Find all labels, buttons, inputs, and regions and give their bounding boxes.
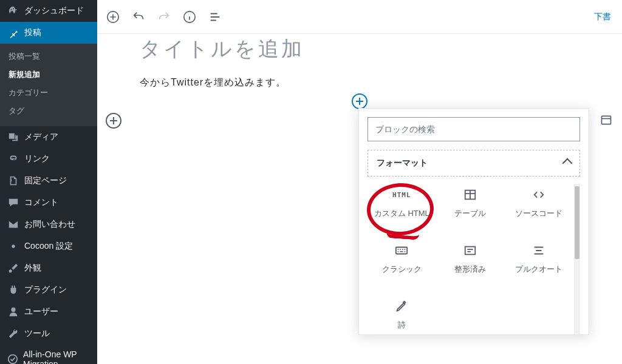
plus-icon: [110, 117, 117, 124]
wrench-icon: [7, 328, 19, 340]
block-label: テーブル: [454, 208, 486, 219]
svg-point-0: [12, 244, 15, 248]
app-root: ダッシュボード 投稿 投稿一覧 新規追加 カテゴリー タグ メディア リンク 固…: [0, 0, 622, 364]
sidebar-item-users[interactable]: ユーザー: [0, 301, 97, 323]
sidebar-label: ツール: [24, 328, 50, 339]
block-verse[interactable]: 詩: [367, 295, 436, 334]
code-icon: [530, 187, 547, 202]
block-label: ソースコード: [515, 208, 562, 219]
blocks-grid: HTML カスタム HTML テーブル ソースコード: [367, 184, 573, 334]
scrollbar-thumb[interactable]: [575, 186, 579, 259]
sidebar-posts-submenu: 投稿一覧 新規追加 カテゴリー タグ: [0, 44, 97, 126]
mail-icon: [7, 218, 19, 231]
block-preformatted[interactable]: 整形済み: [436, 240, 505, 278]
sidebar-label: リンク: [24, 153, 50, 164]
scrollbar[interactable]: [574, 184, 580, 334]
block-label: クラシック: [382, 264, 422, 275]
sidebar-item-comments[interactable]: コメント: [0, 192, 97, 214]
sidebar-item-links[interactable]: リンク: [0, 148, 97, 170]
pin-icon: [7, 27, 19, 39]
block-label: 整形済み: [454, 264, 486, 275]
sidebar-label: ユーザー: [24, 306, 58, 317]
sidebar-label: All-in-One WP Migration: [23, 349, 90, 364]
sidebar-item-pages[interactable]: 固定ページ: [0, 170, 97, 192]
redo-button[interactable]: [157, 10, 171, 24]
sidebar-label: ダッシュボード: [24, 5, 84, 16]
migrate-icon: [7, 353, 18, 364]
sidebar-item-tools[interactable]: ツール: [0, 323, 97, 345]
svg-rect-7: [396, 248, 407, 254]
sidebar-item-posts[interactable]: 投稿: [0, 22, 97, 44]
editor-main: 下書 タイトルを追加 今からTwitterを埋め込みます。 フォーマット: [97, 0, 622, 364]
dot-icon: [7, 240, 19, 252]
panel-title: フォーマット: [377, 158, 428, 169]
add-block-button[interactable]: [106, 10, 120, 24]
save-draft-link[interactable]: 下書: [594, 12, 613, 22]
preformatted-icon: [462, 243, 479, 258]
block-label: プルクオート: [515, 264, 562, 275]
undo-button[interactable]: [131, 10, 146, 24]
sidebar-sub-new-post[interactable]: 新規追加: [0, 66, 97, 84]
sidebar-sub-all-posts[interactable]: 投稿一覧: [0, 47, 97, 66]
layout-block-shortcut[interactable]: [599, 113, 613, 127]
link-icon: [7, 153, 19, 165]
block-search-wrap: [359, 109, 589, 150]
admin-sidebar: ダッシュボード 投稿 投稿一覧 新規追加 カテゴリー タグ メディア リンク 固…: [0, 0, 97, 364]
sidebar-item-media[interactable]: メディア: [0, 126, 97, 148]
insert-block-mid-button[interactable]: [352, 93, 367, 109]
plugin-icon: [7, 284, 19, 296]
sidebar-label: 外観: [24, 263, 41, 274]
blocks-grid-wrap: HTML カスタム HTML テーブル ソースコード: [367, 184, 580, 334]
post-title-input[interactable]: タイトルを追加: [140, 34, 579, 74]
outline-button[interactable]: [208, 10, 222, 24]
svg-rect-8: [465, 247, 476, 255]
sidebar-label: お問い合わせ: [24, 219, 75, 230]
block-pullquote[interactable]: プルクオート: [504, 240, 573, 278]
block-inserter-popover: フォーマット HTML カスタム HTML テーブル: [358, 108, 589, 335]
brush-icon: [7, 262, 19, 274]
user-icon: [7, 306, 19, 318]
svg-point-1: [9, 355, 17, 363]
pages-icon: [7, 175, 19, 187]
sidebar-label: 固定ページ: [24, 175, 67, 186]
svg-rect-5: [602, 116, 611, 124]
dashboard-icon: [7, 5, 19, 17]
sidebar-label: コメント: [24, 197, 58, 208]
sidebar-label: Cocoon 設定: [24, 241, 73, 252]
insert-block-left-button[interactable]: [106, 113, 121, 129]
block-code[interactable]: ソースコード: [504, 184, 573, 223]
pencil-icon: [393, 299, 410, 314]
sidebar-label: プラグイン: [24, 285, 67, 295]
info-button[interactable]: [182, 10, 197, 24]
html-icon: HTML: [393, 187, 410, 202]
table-icon: [462, 187, 479, 202]
sidebar-item-dashboard[interactable]: ダッシュボード: [0, 0, 97, 22]
block-label: 詩: [398, 320, 406, 331]
keyboard-icon: [393, 243, 410, 258]
sidebar-item-cocoon[interactable]: Cocoon 設定: [0, 235, 97, 257]
sidebar-item-appearance[interactable]: 外観: [0, 257, 97, 279]
sidebar-item-aiowp[interactable]: All-in-One WP Migration: [0, 345, 97, 364]
block-search-input[interactable]: [367, 117, 580, 141]
sidebar-sub-categories[interactable]: カテゴリー: [0, 84, 97, 102]
sidebar-sub-tags[interactable]: タグ: [0, 102, 97, 120]
chevron-up-icon: [562, 158, 573, 169]
sidebar-label: 投稿: [24, 27, 41, 38]
block-classic[interactable]: クラシック: [367, 240, 436, 278]
block-custom-html[interactable]: HTML カスタム HTML: [367, 184, 436, 223]
block-label: カスタム HTML: [374, 208, 429, 219]
sidebar-item-plugins[interactable]: プラグイン: [0, 279, 97, 301]
panel-header-formatting[interactable]: フォーマット: [367, 150, 580, 177]
comment-icon: [7, 197, 19, 209]
sidebar-item-contact[interactable]: お問い合わせ: [0, 214, 97, 235]
editor-topbar: 下書: [97, 0, 622, 34]
pullquote-icon: [530, 243, 547, 258]
inserter-panel: フォーマット HTML カスタム HTML テーブル: [359, 150, 589, 334]
media-icon: [7, 131, 19, 143]
plus-icon: [356, 98, 363, 105]
sidebar-label: メディア: [24, 132, 58, 143]
block-table[interactable]: テーブル: [436, 184, 505, 223]
